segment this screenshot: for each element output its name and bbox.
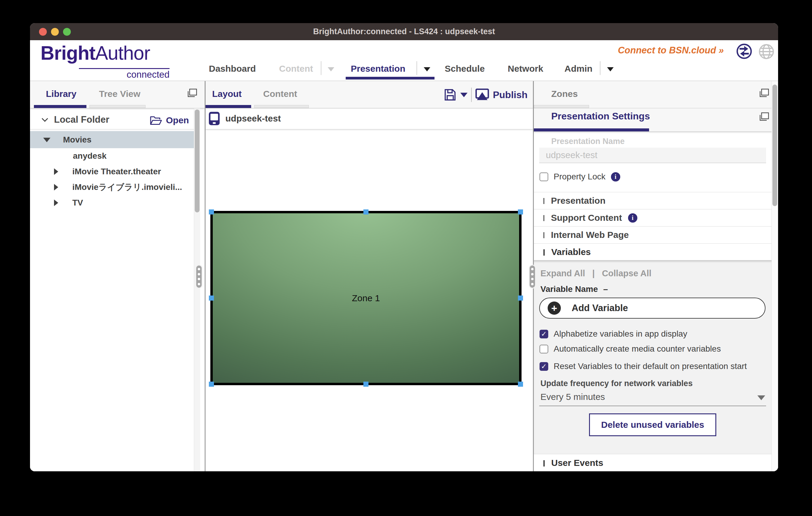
resize-handle-se[interactable] [518,382,523,387]
media-counter-variables-checkbox[interactable] [540,345,548,354]
expand-all-link[interactable]: Expand All [541,269,585,278]
tree-item-label: iMovie Theater.theater [72,167,161,176]
chevron-down-icon [544,249,545,255]
nav-presentation[interactable]: Presentation [351,64,405,74]
zones-header-strip: Zones [534,81,778,108]
globe-icon[interactable] [758,43,775,60]
presentation-name-input[interactable] [539,148,766,163]
resize-handle-sw[interactable] [209,382,214,387]
chevron-down-icon[interactable] [42,116,48,122]
tree-item-imovie-theater[interactable]: iMovie Theater.theater [30,164,194,179]
settings-header-strip: Presentation Settings [534,108,778,132]
chevron-right-icon [544,232,544,238]
nav-content[interactable]: Content [279,64,313,74]
network-transfer-icon[interactable] [736,43,752,59]
triangle-expanded-icon[interactable] [43,138,50,142]
tree-item-anydesk[interactable]: anydesk [30,148,194,164]
update-frequency-select[interactable]: Every 5 minutes [541,392,605,402]
undock-panel-icon[interactable] [759,88,770,98]
publish-button[interactable]: Publish [493,89,527,100]
alphabetize-variables-row: ✓ Alphabetize variables in app display [540,329,687,339]
zone-1[interactable]: Zone 1 [210,211,522,385]
section-label: Internal Web Page [551,230,629,240]
dropdown-caret-icon[interactable] [757,395,765,400]
nav-separator [416,61,417,75]
tab-library[interactable]: Library [46,89,77,99]
tab-layout[interactable]: Layout [212,89,241,99]
section-support-content[interactable]: Support Content i [534,209,778,226]
tree-item-movies[interactable]: Movies [30,131,194,148]
triangle-collapsed-icon[interactable] [54,184,58,190]
tree-view-tab-indicator [89,105,146,108]
toolbar-separator [471,88,472,102]
chevron-down-icon[interactable] [607,67,614,71]
settings-splitter-grip[interactable] [529,265,536,289]
section-presentation[interactable]: Presentation [534,192,778,209]
nav-admin[interactable]: Admin [564,64,592,74]
property-lock-label: Property Lock [554,172,606,182]
section-user-events[interactable]: User Events [534,454,778,471]
sidebar-scrollbar-thumb[interactable] [195,110,200,212]
checkbox-label: Alphabetize variables in app display [554,329,687,339]
resize-handle-e[interactable] [518,296,523,301]
property-lock-checkbox[interactable] [540,173,548,181]
section-label: Variables [551,247,591,257]
connect-bsn-cloud-link[interactable]: Connect to BSN.cloud » [618,45,724,56]
resize-handle-nw[interactable] [209,209,214,214]
logo-bright: Bright [40,42,95,64]
media-counter-variables-row: Automatically create media counter varia… [540,344,721,354]
check-icon: ✓ [541,331,547,337]
chevron-down-icon[interactable] [328,67,334,71]
tree-item-tv[interactable]: TV [30,195,194,211]
sidebar-scrollbar[interactable] [194,108,200,471]
open-folder-button[interactable]: Open [149,111,189,129]
nav-dashboard[interactable]: Dashboard [209,64,256,74]
settings-title: Presentation Settings [551,111,650,122]
undock-panel-icon[interactable] [187,88,198,98]
open-button-label: Open [166,115,189,125]
save-options-caret-icon[interactable] [460,93,467,97]
section-internal-web-page[interactable]: Internal Web Page [534,226,778,243]
dropdown-underline [539,405,766,406]
tree-item-label: TV [72,198,83,208]
resize-handle-ne[interactable] [518,209,523,214]
resize-handle-n[interactable] [364,209,369,214]
tab-content[interactable]: Content [263,89,297,99]
info-icon[interactable]: i [611,172,620,182]
zones-tab-indicator [534,105,589,108]
sidebar-splitter-grip[interactable] [195,265,203,289]
reset-variables-row: ✓ Reset Variables to their default on pr… [540,362,747,371]
collapse-all-link[interactable]: Collapse All [602,269,651,278]
triangle-collapsed-icon[interactable] [54,200,58,206]
resize-handle-s[interactable] [364,382,369,387]
tab-tree-view[interactable]: Tree View [99,89,140,99]
checkbox-label: Automatically create media counter varia… [554,344,721,354]
delete-unused-variables-button[interactable]: Delete unused variables [589,414,716,436]
alphabetize-variables-checkbox[interactable]: ✓ [540,330,548,338]
logo-author: Author [95,42,150,64]
save-icon[interactable] [443,88,457,102]
sort-indicator: – [603,284,608,294]
triangle-collapsed-icon[interactable] [54,168,58,175]
undock-panel-icon[interactable] [759,112,770,121]
tree-item-imovie-library[interactable]: iMovieライブラリ.imovieli... [30,179,194,195]
logo-tagline: connected [79,69,170,80]
settings-tab-indicator [534,128,649,131]
tree-item-label: iMovieライブラリ.imovieli... [72,182,182,193]
save-publish-toolbar: Publish [443,86,527,103]
chevron-down-icon[interactable] [424,67,430,71]
display-icon [208,111,220,126]
add-variable-button[interactable]: + Add Variable [539,298,765,318]
settings-scrollbar-thumb[interactable] [773,85,777,206]
variable-name-sort-header[interactable]: Variable Name – [541,284,608,294]
section-variables[interactable]: Variables [534,243,778,261]
brightauthor-logo: BrightAuthor [40,42,150,64]
settings-scrollbar[interactable] [772,81,778,471]
reset-variables-checkbox[interactable]: ✓ [540,362,548,371]
expand-collapse-controls: Expand All | Collapse All [541,269,651,278]
publish-icon[interactable] [475,88,489,101]
info-icon[interactable]: i [628,213,637,222]
nav-network[interactable]: Network [508,64,543,74]
resize-handle-w[interactable] [209,296,214,301]
nav-schedule[interactable]: Schedule [445,64,485,74]
